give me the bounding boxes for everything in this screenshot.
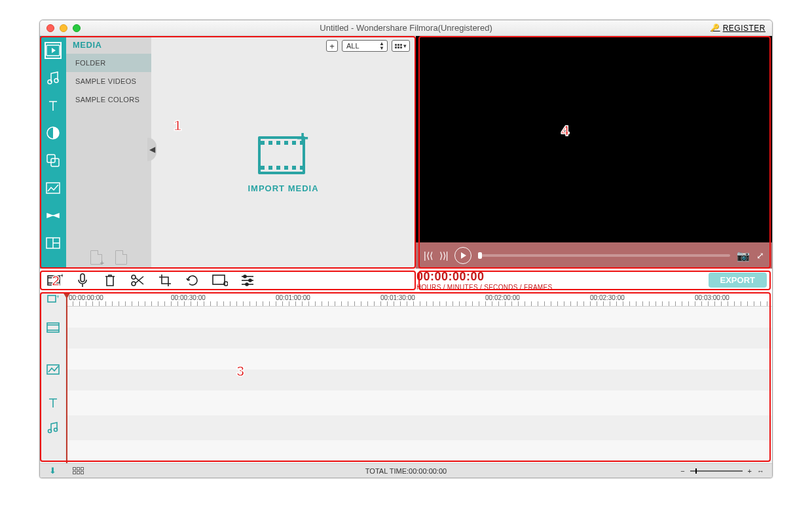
image-track[interactable]: [66, 369, 772, 390]
svg-point-16: [132, 275, 136, 279]
select-arrows-icon: ▲▼: [379, 41, 384, 50]
ruler-tick: 00:02:00:00: [485, 294, 520, 301]
filters-tab-icon[interactable]: [45, 124, 62, 142]
timeline-ruler[interactable]: 00:00:00:00 00:00:30:00 00:01:00:00 00:0…: [66, 292, 772, 307]
record-video-button[interactable]: +: [46, 273, 64, 288]
splitscreen-tab-icon[interactable]: [45, 235, 62, 252]
spare-track[interactable]: [66, 440, 772, 460]
svg-point-32: [48, 430, 51, 433]
zoom-out-button[interactable]: −: [680, 467, 684, 475]
svg-rect-15: [81, 274, 84, 282]
music-tab-icon[interactable]: [45, 69, 62, 86]
svg-point-23: [244, 275, 246, 278]
traffic-lights: [46, 24, 81, 32]
svg-marker-1: [52, 48, 56, 53]
snapshot-button[interactable]: 📷: [737, 250, 750, 262]
media-folder-sidebar: MEDIA FOLDER SAMPLE VIDEOS SAMPLE COLORS: [66, 36, 151, 269]
media-panel: MEDIA FOLDER SAMPLE VIDEOS SAMPLE COLORS…: [66, 36, 416, 269]
transitions-tab-icon[interactable]: [45, 207, 62, 224]
text-tab-icon[interactable]: [45, 97, 62, 114]
prev-frame-button[interactable]: |⟨⟨: [424, 250, 433, 261]
video-track-header[interactable]: [40, 307, 66, 349]
preview-viewport[interactable]: [416, 36, 772, 242]
ruler-tick: 00:02:30:00: [590, 294, 625, 301]
media-tab-icon[interactable]: [45, 42, 62, 59]
register-link[interactable]: 🔑 REGISTER: [710, 24, 766, 33]
svg-text:+: +: [56, 295, 59, 300]
playhead[interactable]: [66, 292, 67, 463]
folder-item[interactable]: SAMPLE COLORS: [66, 90, 151, 109]
video-track[interactable]: [66, 328, 772, 349]
rotate-button[interactable]: [184, 273, 201, 288]
timeline-tracks[interactable]: [66, 307, 772, 463]
add-track-button[interactable]: +: [40, 292, 66, 307]
crop-button[interactable]: [157, 273, 174, 288]
text-track-header[interactable]: [40, 390, 66, 415]
image-track[interactable]: [66, 349, 772, 369]
speed-button[interactable]: [212, 273, 229, 288]
media-filter-select[interactable]: ALL ▲▼: [342, 40, 388, 52]
chevron-down-icon: ▾: [403, 43, 407, 49]
voiceover-button[interactable]: [74, 273, 91, 288]
import-media-label: IMPORT MEDIA: [248, 183, 318, 193]
text-track[interactable]: [66, 390, 772, 415]
folder-item[interactable]: FOLDER: [66, 54, 151, 72]
timecode-units: HOURS / MINUTES / SECONDS / FRAMES: [416, 284, 552, 291]
folder-page-icon[interactable]: [115, 250, 127, 265]
preview-panel: |⟨⟨ ⟩⟩| 📷 ⤢: [416, 36, 772, 269]
fit-width-button[interactable]: ↔: [757, 467, 764, 475]
timecode-display: 00:00:00:00 HOURS / MINUTES / SECONDS / …: [416, 270, 552, 291]
audio-track[interactable]: [66, 415, 772, 440]
add-media-button[interactable]: +: [326, 40, 338, 52]
split-button[interactable]: [129, 273, 146, 288]
thumbnail-view-button[interactable]: [73, 467, 84, 474]
timeline-panel: + 00:00:00:00 00:00:30:00 00:01:00:00 00…: [40, 292, 772, 463]
next-frame-button[interactable]: ⟩⟩|: [439, 250, 449, 261]
elements-tab-icon[interactable]: [45, 180, 62, 197]
app-body: MEDIA FOLDER SAMPLE VIDEOS SAMPLE COLORS…: [40, 36, 772, 478]
svg-rect-26: [48, 295, 56, 302]
grid-icon: [395, 44, 402, 48]
svg-point-25: [246, 283, 248, 286]
svg-rect-11: [48, 276, 60, 285]
fullscreen-button[interactable]: ⤢: [756, 250, 764, 261]
svg-rect-18: [213, 275, 225, 284]
media-view-toggle[interactable]: ▾: [392, 40, 410, 52]
audio-track-header[interactable]: [40, 415, 66, 440]
key-icon: 🔑: [710, 24, 720, 32]
edit-toolbar: + 00:00:00:00 HOURS / MINUTES / SECONDS …: [40, 269, 772, 292]
timeline-track-headers: +: [40, 292, 66, 463]
export-label: EXPORT: [720, 275, 755, 285]
video-track[interactable]: [66, 307, 772, 328]
preview-seek-slider[interactable]: [478, 254, 730, 257]
ruler-tick: 00:01:00:00: [276, 294, 310, 301]
zoom-controls: − + ↔: [680, 467, 764, 475]
window-title: Untitled - Wondershare Filmora(Unregiste…: [40, 23, 772, 33]
close-window-button[interactable]: [46, 24, 54, 32]
ruler-tick: 00:03:00:00: [695, 294, 729, 301]
svg-point-24: [249, 279, 251, 282]
folder-item[interactable]: SAMPLE VIDEOS: [66, 72, 151, 90]
overlays-tab-icon[interactable]: [45, 152, 62, 169]
svg-point-33: [54, 428, 57, 432]
total-time-caption: TOTAL TIME:: [365, 467, 409, 475]
export-button[interactable]: EXPORT: [709, 273, 767, 288]
category-rail: [40, 36, 66, 269]
minimize-window-button[interactable]: [60, 24, 67, 32]
zoom-slider[interactable]: [690, 470, 743, 472]
zoom-in-button[interactable]: +: [748, 467, 752, 475]
zoom-window-button[interactable]: [73, 24, 81, 32]
total-time-value: 00:00:00:00: [409, 467, 447, 475]
download-icon[interactable]: ⬇: [49, 466, 56, 476]
preview-controls: |⟨⟨ ⟩⟩| 📷 ⤢: [416, 242, 772, 269]
image-track-header[interactable]: [40, 349, 66, 390]
svg-point-17: [132, 282, 136, 286]
import-media-icon: +: [258, 131, 309, 174]
svg-rect-7: [46, 183, 60, 193]
status-bar: ⬇ TOTAL TIME:00:00:00:00 − + ↔: [40, 463, 772, 478]
delete-button[interactable]: [101, 273, 119, 288]
import-media-dropzone[interactable]: + IMPORT MEDIA: [151, 56, 415, 269]
new-folder-icon[interactable]: [90, 250, 102, 265]
settings-sliders-button[interactable]: [239, 273, 256, 288]
play-button[interactable]: [454, 247, 471, 264]
